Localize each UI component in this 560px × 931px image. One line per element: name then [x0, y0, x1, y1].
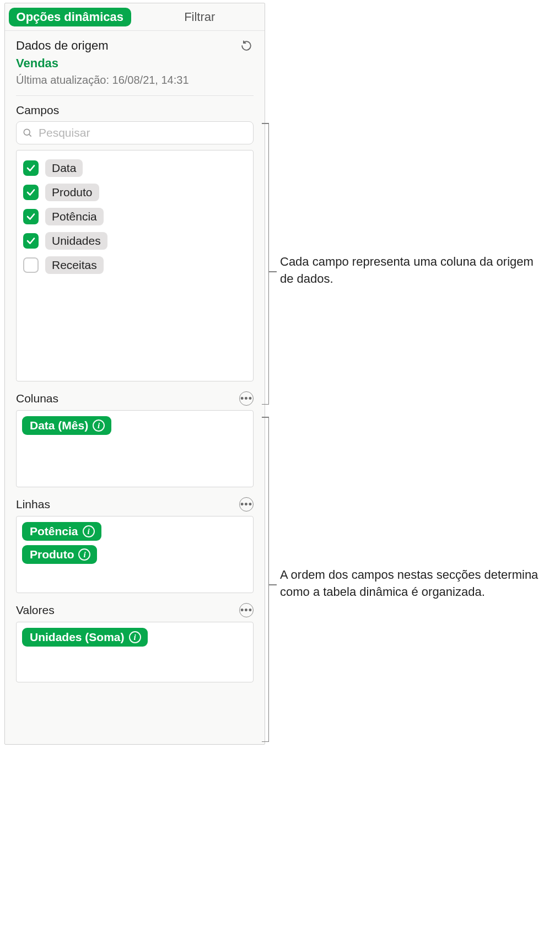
field-row[interactable]: Data [22, 156, 247, 180]
field-checkbox[interactable] [23, 233, 39, 249]
svg-line-1 [29, 134, 31, 137]
callout-text: A ordem dos campos nestas secções determ… [280, 567, 545, 601]
columns-label: Colunas [16, 392, 58, 405]
tab-pivot-options[interactable]: Opções dinâmicas [5, 3, 135, 30]
search-icon [22, 127, 33, 138]
pivot-options-panel: Opções dinâmicas Filtrar Dados de origem… [4, 3, 265, 745]
rows-dropzone[interactable]: Potência i Produto i [16, 516, 254, 593]
field-checkbox[interactable] [23, 185, 39, 200]
fields-label: Campos [16, 104, 254, 117]
field-row[interactable]: Potência [22, 205, 247, 229]
tab-label: Opções dinâmicas [9, 8, 131, 26]
field-chip[interactable]: Receitas [45, 256, 104, 274]
columns-header: Colunas ••• [16, 391, 254, 406]
callout-leader [269, 584, 277, 585]
refresh-icon [240, 40, 252, 52]
callout-text: Cada campo representa uma coluna da orig… [280, 254, 545, 288]
field-chip[interactable]: Unidades [45, 232, 107, 250]
field-checkbox[interactable] [23, 209, 39, 224]
callout-bracket [268, 123, 269, 405]
search-input[interactable] [37, 126, 247, 140]
token-label: Produto [30, 548, 74, 561]
source-section: Dados de origem Vendas Última atualizaçã… [5, 31, 265, 87]
fields-section: Campos Data [5, 96, 265, 682]
tab-filter[interactable]: Filtrar [135, 3, 265, 30]
rows-header: Linhas ••• [16, 497, 254, 512]
fields-list: Data Produto Potência [16, 150, 254, 381]
callout-fields: Cada campo representa uma coluna da orig… [280, 254, 545, 288]
field-checkbox[interactable] [23, 160, 39, 176]
ellipsis-icon: ••• [240, 499, 252, 509]
field-row[interactable]: Produto [22, 180, 247, 205]
columns-dropzone[interactable]: Data (Mês) i [16, 410, 254, 487]
check-icon [26, 212, 36, 222]
values-dropzone[interactable]: Unidades (Soma) i [16, 622, 254, 682]
check-icon [26, 187, 36, 197]
field-row[interactable]: Receitas [22, 253, 247, 277]
field-chip[interactable]: Potência [45, 208, 104, 225]
zone-token[interactable]: Unidades (Soma) i [22, 628, 148, 647]
ellipsis-icon: ••• [240, 605, 252, 615]
source-name[interactable]: Vendas [16, 56, 254, 71]
zone-token[interactable]: Potência i [22, 522, 101, 541]
ellipsis-icon: ••• [240, 394, 252, 403]
zone-token[interactable]: Produto i [22, 545, 97, 564]
field-row[interactable]: Unidades [22, 229, 247, 253]
tab-label: Filtrar [184, 10, 215, 24]
token-label: Unidades (Soma) [30, 631, 125, 644]
refresh-button[interactable] [239, 39, 254, 53]
svg-point-0 [24, 129, 30, 135]
zone-token[interactable]: Data (Mês) i [22, 416, 111, 435]
values-label: Valores [16, 604, 55, 617]
field-chip[interactable]: Data [45, 159, 83, 177]
token-label: Potência [30, 525, 78, 538]
info-icon[interactable]: i [93, 419, 105, 432]
check-icon [26, 236, 36, 246]
field-chip[interactable]: Produto [45, 184, 99, 201]
source-updated: Última atualização: 16/08/21, 14:31 [16, 74, 254, 87]
values-header: Valores ••• [16, 603, 254, 617]
rows-more-button[interactable]: ••• [239, 497, 254, 512]
info-icon[interactable]: i [78, 548, 90, 561]
token-label: Data (Mês) [30, 419, 88, 432]
info-icon[interactable]: i [83, 525, 95, 537]
check-icon [26, 163, 36, 173]
search-field[interactable] [16, 121, 254, 144]
field-checkbox[interactable] [23, 257, 39, 273]
callout-zones: A ordem dos campos nestas secções determ… [280, 567, 545, 601]
info-icon[interactable]: i [129, 631, 141, 643]
callout-leader [269, 271, 277, 272]
callout-bracket [268, 417, 269, 742]
values-more-button[interactable]: ••• [239, 603, 254, 617]
panel-tabs: Opções dinâmicas Filtrar [5, 3, 265, 31]
source-label: Dados de origem [16, 39, 109, 53]
columns-more-button[interactable]: ••• [239, 391, 254, 406]
rows-label: Linhas [16, 498, 50, 511]
